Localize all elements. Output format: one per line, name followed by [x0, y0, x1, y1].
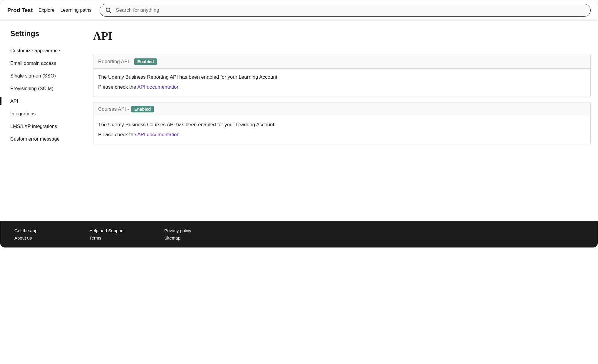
card-text-reporting-api-line2: Please check the API documentation [98, 83, 586, 91]
search-icon [105, 7, 112, 14]
card-text-courses-api-line2: Please check the API documentation [98, 131, 586, 139]
card-courses-api: Courses API - Enabled The Udemy Business… [93, 102, 591, 144]
footer-link-sitemap[interactable]: Sitemap [164, 235, 239, 240]
footer-col-2: Help and Support Terms [89, 228, 164, 240]
top-header: Prod Test Explore Learning paths [0, 0, 598, 21]
sidebar-item-api[interactable]: API [0, 95, 86, 107]
svg-line-1 [110, 11, 111, 13]
footer-link-privacy-policy[interactable]: Privacy policy [164, 228, 239, 233]
status-badge: Enabled [131, 106, 154, 112]
card-header-reporting-api: Reporting API - Enabled [93, 55, 590, 69]
page-title: API [93, 29, 591, 42]
api-documentation-link[interactable]: API documentation [137, 84, 180, 90]
footer-link-get-the-app[interactable]: Get the app [14, 228, 89, 233]
sidebar-item-single-sign-on[interactable]: Single sign-on (SSO) [0, 70, 86, 82]
svg-point-0 [106, 8, 110, 12]
card-title-courses-api: Courses API - [98, 106, 129, 112]
sidebar-title: Settings [0, 29, 86, 44]
footer-link-terms[interactable]: Terms [89, 235, 164, 240]
main-content: API Reporting API - Enabled The Udemy Bu… [86, 21, 598, 221]
footer-col-3: Privacy policy Sitemap [164, 228, 239, 240]
search-container [100, 4, 591, 17]
card-body-courses-api: The Udemy Business Courses API has been … [93, 116, 590, 144]
search-input[interactable] [116, 7, 585, 13]
settings-sidebar: Settings Customize appearance Email doma… [0, 21, 86, 221]
sidebar-item-provisioning-scim[interactable]: Provisioning (SCIM) [0, 82, 86, 95]
nav-explore[interactable]: Explore [38, 8, 54, 13]
footer-link-about-us[interactable]: About us [14, 235, 89, 240]
card-text-reporting-api-line1: The Udemy Business Reporting API has bee… [98, 73, 586, 81]
card-title-reporting-api: Reporting API - [98, 59, 132, 65]
sidebar-item-lms-lxp-integrations[interactable]: LMS/LXP integrations [0, 120, 86, 133]
footer-link-help-and-support[interactable]: Help and Support [89, 228, 164, 233]
card-text-courses-api-line1: The Udemy Business Courses API has been … [98, 121, 586, 129]
nav-learning-paths[interactable]: Learning paths [60, 8, 91, 13]
sidebar-item-custom-error-message[interactable]: Custom error message [0, 133, 86, 145]
sidebar-item-email-domain-access[interactable]: Email domain access [0, 57, 86, 70]
api-documentation-link[interactable]: API documentation [137, 132, 180, 137]
card-header-courses-api: Courses API - Enabled [93, 102, 590, 116]
sidebar-item-integrations[interactable]: Integrations [0, 107, 86, 120]
sidebar-item-customize-appearance[interactable]: Customize appearance [0, 44, 86, 57]
status-badge: Enabled [134, 58, 157, 65]
brand-logo[interactable]: Prod Test [7, 7, 33, 14]
card-reporting-api: Reporting API - Enabled The Udemy Busine… [93, 55, 591, 97]
footer: Get the app About us Help and Support Te… [0, 221, 598, 247]
card-body-reporting-api: The Udemy Business Reporting API has bee… [93, 69, 590, 97]
search-bar[interactable] [100, 4, 591, 17]
footer-col-1: Get the app About us [14, 228, 89, 240]
